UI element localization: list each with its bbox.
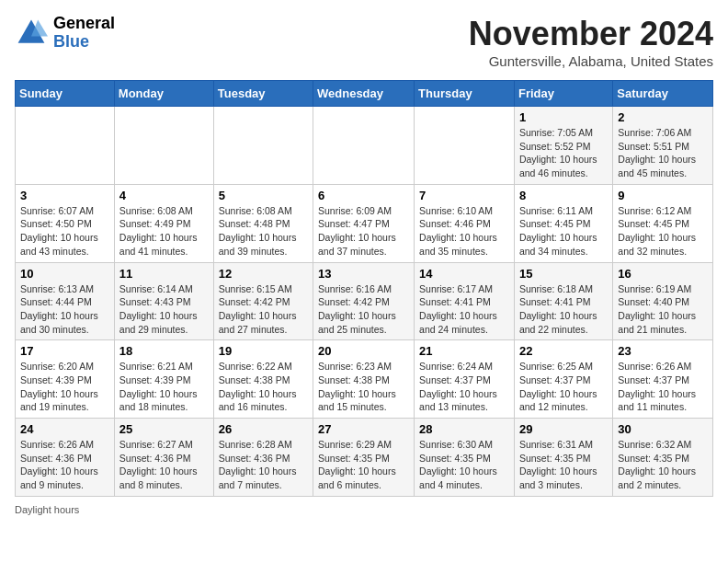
day-number: 30 xyxy=(618,422,708,436)
calendar-cell: 3Sunrise: 6:07 AM Sunset: 4:50 PM Daylig… xyxy=(16,184,115,262)
day-info: Sunrise: 6:26 AM Sunset: 4:36 PM Dayligh… xyxy=(20,438,109,492)
day-info: Sunrise: 6:16 AM Sunset: 4:42 PM Dayligh… xyxy=(318,282,409,337)
day-info: Sunrise: 6:13 AM Sunset: 4:44 PM Dayligh… xyxy=(20,282,109,337)
day-info: Sunrise: 6:10 AM Sunset: 4:46 PM Dayligh… xyxy=(419,204,509,259)
day-number: 5 xyxy=(219,189,308,202)
calendar-cell xyxy=(213,107,313,185)
day-info: Sunrise: 6:17 AM Sunset: 4:41 PM Dayligh… xyxy=(419,282,509,337)
calendar-cell xyxy=(415,107,515,185)
day-number: 14 xyxy=(419,267,509,281)
calendar-cell: 1Sunrise: 7:05 AM Sunset: 5:52 PM Daylig… xyxy=(514,107,612,185)
day-number: 13 xyxy=(318,267,409,281)
calendar-week-row: 17Sunrise: 6:20 AM Sunset: 4:39 PM Dayli… xyxy=(16,340,713,419)
calendar-cell: 9Sunrise: 6:12 AM Sunset: 4:45 PM Daylig… xyxy=(613,184,713,262)
calendar-week-row: 3Sunrise: 6:07 AM Sunset: 4:50 PM Daylig… xyxy=(16,184,713,262)
day-number: 12 xyxy=(219,267,308,281)
day-number: 26 xyxy=(219,422,308,436)
calendar-cell: 27Sunrise: 6:29 AM Sunset: 4:35 PM Dayli… xyxy=(313,419,415,497)
day-number: 2 xyxy=(618,110,708,124)
day-info: Sunrise: 6:24 AM Sunset: 4:37 PM Dayligh… xyxy=(419,360,509,414)
calendar-cell: 26Sunrise: 6:28 AM Sunset: 4:36 PM Dayli… xyxy=(213,419,313,497)
day-number: 15 xyxy=(519,267,608,281)
day-info: Sunrise: 6:21 AM Sunset: 4:39 PM Dayligh… xyxy=(119,360,209,414)
day-info: Sunrise: 6:11 AM Sunset: 4:45 PM Dayligh… xyxy=(519,204,608,259)
calendar-cell xyxy=(114,107,213,185)
day-info: Sunrise: 6:25 AM Sunset: 4:37 PM Dayligh… xyxy=(519,360,608,414)
day-info: Sunrise: 6:15 AM Sunset: 4:42 PM Dayligh… xyxy=(219,282,308,337)
calendar-cell: 10Sunrise: 6:13 AM Sunset: 4:44 PM Dayli… xyxy=(16,262,115,340)
day-info: Sunrise: 6:32 AM Sunset: 4:35 PM Dayligh… xyxy=(618,438,708,492)
day-number: 4 xyxy=(119,189,209,202)
day-number: 24 xyxy=(20,422,109,436)
day-number: 18 xyxy=(119,344,209,358)
day-info: Sunrise: 7:05 AM Sunset: 5:52 PM Dayligh… xyxy=(519,126,608,180)
day-info: Sunrise: 6:28 AM Sunset: 4:36 PM Dayligh… xyxy=(219,438,308,492)
weekday-header: Saturday xyxy=(613,81,713,107)
title-block: November 2024 Guntersville, Alabama, Uni… xyxy=(469,15,713,69)
calendar-cell: 14Sunrise: 6:17 AM Sunset: 4:41 PM Dayli… xyxy=(415,262,515,340)
calendar-cell: 17Sunrise: 6:20 AM Sunset: 4:39 PM Dayli… xyxy=(16,340,115,419)
calendar-table: SundayMondayTuesdayWednesdayThursdayFrid… xyxy=(15,80,713,497)
calendar-cell: 18Sunrise: 6:21 AM Sunset: 4:39 PM Dayli… xyxy=(114,340,213,419)
day-info: Sunrise: 6:23 AM Sunset: 4:38 PM Dayligh… xyxy=(318,360,409,414)
calendar-cell: 15Sunrise: 6:18 AM Sunset: 4:41 PM Dayli… xyxy=(514,262,612,340)
calendar-cell: 6Sunrise: 6:09 AM Sunset: 4:47 PM Daylig… xyxy=(313,184,415,262)
day-number: 8 xyxy=(519,189,608,202)
calendar-cell: 11Sunrise: 6:14 AM Sunset: 4:43 PM Dayli… xyxy=(114,262,213,340)
calendar-cell: 12Sunrise: 6:15 AM Sunset: 4:42 PM Dayli… xyxy=(213,262,313,340)
calendar-header-row: SundayMondayTuesdayWednesdayThursdayFrid… xyxy=(16,81,713,107)
calendar-week-row: 10Sunrise: 6:13 AM Sunset: 4:44 PM Dayli… xyxy=(16,262,713,340)
calendar-cell: 4Sunrise: 6:08 AM Sunset: 4:49 PM Daylig… xyxy=(114,184,213,262)
day-number: 1 xyxy=(519,110,608,124)
day-number: 9 xyxy=(618,189,708,202)
calendar-cell: 28Sunrise: 6:30 AM Sunset: 4:35 PM Dayli… xyxy=(415,419,515,497)
day-number: 25 xyxy=(119,422,209,436)
calendar-cell xyxy=(16,107,115,185)
day-number: 11 xyxy=(119,267,209,281)
day-number: 27 xyxy=(318,422,409,436)
day-info: Sunrise: 6:07 AM Sunset: 4:50 PM Dayligh… xyxy=(20,204,109,259)
calendar-week-row: 24Sunrise: 6:26 AM Sunset: 4:36 PM Dayli… xyxy=(16,419,713,497)
day-info: Sunrise: 6:19 AM Sunset: 4:40 PM Dayligh… xyxy=(618,282,708,337)
weekday-header: Wednesday xyxy=(313,81,415,107)
day-number: 28 xyxy=(419,422,509,436)
calendar-cell: 24Sunrise: 6:26 AM Sunset: 4:36 PM Dayli… xyxy=(16,419,115,497)
day-info: Sunrise: 6:09 AM Sunset: 4:47 PM Dayligh… xyxy=(318,204,409,259)
calendar-cell: 25Sunrise: 6:27 AM Sunset: 4:36 PM Dayli… xyxy=(114,419,213,497)
weekday-header: Tuesday xyxy=(213,81,313,107)
calendar-cell: 16Sunrise: 6:19 AM Sunset: 4:40 PM Dayli… xyxy=(613,262,713,340)
day-number: 19 xyxy=(219,344,308,358)
page-title: November 2024 xyxy=(469,15,713,53)
page-header: General Blue November 2024 Guntersville,… xyxy=(15,15,713,69)
footer: Daylight hours xyxy=(15,504,713,515)
calendar-cell: 2Sunrise: 7:06 AM Sunset: 5:51 PM Daylig… xyxy=(613,107,713,185)
calendar-cell: 20Sunrise: 6:23 AM Sunset: 4:38 PM Dayli… xyxy=(313,340,415,419)
weekday-header: Friday xyxy=(514,81,612,107)
day-info: Sunrise: 6:27 AM Sunset: 4:36 PM Dayligh… xyxy=(119,438,209,492)
day-info: Sunrise: 6:08 AM Sunset: 4:49 PM Dayligh… xyxy=(119,204,209,259)
day-info: Sunrise: 6:14 AM Sunset: 4:43 PM Dayligh… xyxy=(119,282,209,337)
day-info: Sunrise: 6:12 AM Sunset: 4:45 PM Dayligh… xyxy=(618,204,708,259)
day-number: 6 xyxy=(318,189,409,202)
day-info: Sunrise: 6:20 AM Sunset: 4:39 PM Dayligh… xyxy=(20,360,109,414)
weekday-header: Sunday xyxy=(16,81,115,107)
calendar-week-row: 1Sunrise: 7:05 AM Sunset: 5:52 PM Daylig… xyxy=(16,107,713,185)
day-info: Sunrise: 7:06 AM Sunset: 5:51 PM Dayligh… xyxy=(618,126,708,180)
day-number: 21 xyxy=(419,344,509,358)
day-number: 22 xyxy=(519,344,608,358)
logo: General Blue xyxy=(15,15,115,52)
calendar-cell: 22Sunrise: 6:25 AM Sunset: 4:37 PM Dayli… xyxy=(514,340,612,419)
day-info: Sunrise: 6:22 AM Sunset: 4:38 PM Dayligh… xyxy=(219,360,308,414)
day-info: Sunrise: 6:08 AM Sunset: 4:48 PM Dayligh… xyxy=(219,204,308,259)
calendar-cell xyxy=(313,107,415,185)
calendar-cell: 13Sunrise: 6:16 AM Sunset: 4:42 PM Dayli… xyxy=(313,262,415,340)
day-number: 17 xyxy=(20,344,109,358)
weekday-header: Thursday xyxy=(415,81,515,107)
day-info: Sunrise: 6:31 AM Sunset: 4:35 PM Dayligh… xyxy=(519,438,608,492)
day-info: Sunrise: 6:26 AM Sunset: 4:37 PM Dayligh… xyxy=(618,360,708,414)
calendar-cell: 30Sunrise: 6:32 AM Sunset: 4:35 PM Dayli… xyxy=(613,419,713,497)
day-number: 29 xyxy=(519,422,608,436)
calendar-cell: 5Sunrise: 6:08 AM Sunset: 4:48 PM Daylig… xyxy=(213,184,313,262)
day-info: Sunrise: 6:30 AM Sunset: 4:35 PM Dayligh… xyxy=(419,438,509,492)
calendar-cell: 29Sunrise: 6:31 AM Sunset: 4:35 PM Dayli… xyxy=(514,419,612,497)
